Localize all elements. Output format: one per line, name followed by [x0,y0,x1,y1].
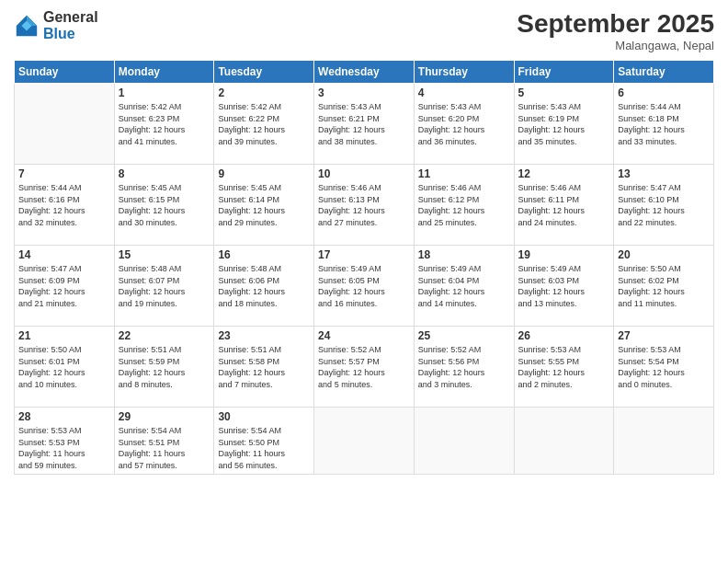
day-info: Sunrise: 5:49 AMSunset: 6:03 PMDaylight:… [518,263,610,309]
day-info: Sunrise: 5:48 AMSunset: 6:06 PMDaylight:… [218,263,310,309]
day-number: 23 [218,329,310,342]
day-number: 27 [618,329,710,342]
table-row: 11Sunrise: 5:46 AMSunset: 6:12 PMDayligh… [414,165,514,246]
logo-blue: Blue [43,26,75,41]
day-number: 15 [119,248,210,261]
day-number: 6 [618,86,710,99]
day-number: 21 [18,329,110,342]
header-friday: Friday [514,61,614,84]
table-row: 20Sunrise: 5:50 AMSunset: 6:02 PMDayligh… [614,246,714,327]
table-row: 14Sunrise: 5:47 AMSunset: 6:09 PMDayligh… [15,246,115,327]
day-number: 20 [618,248,710,261]
day-number: 12 [518,167,610,180]
day-number: 7 [18,167,110,180]
day-number: 17 [318,248,410,261]
table-row: 6Sunrise: 5:44 AMSunset: 6:18 PMDaylight… [614,84,714,165]
day-info: Sunrise: 5:43 AMSunset: 6:19 PMDaylight:… [518,101,610,147]
day-number: 22 [119,329,210,342]
day-number: 29 [119,410,210,423]
header-sunday: Sunday [15,61,115,84]
day-info: Sunrise: 5:53 AMSunset: 5:53 PMDaylight:… [18,425,110,471]
table-row: 2Sunrise: 5:42 AMSunset: 6:22 PMDaylight… [214,84,314,165]
table-row: 12Sunrise: 5:46 AMSunset: 6:11 PMDayligh… [514,165,614,246]
table-row: 26Sunrise: 5:53 AMSunset: 5:55 PMDayligh… [514,327,614,408]
table-row: 4Sunrise: 5:43 AMSunset: 6:20 PMDaylight… [414,84,514,165]
table-row [514,408,614,475]
table-row: 16Sunrise: 5:48 AMSunset: 6:06 PMDayligh… [214,246,314,327]
day-number: 16 [218,248,310,261]
table-row: 9Sunrise: 5:45 AMSunset: 6:14 PMDaylight… [214,165,314,246]
header-wednesday: Wednesday [314,61,415,84]
day-number: 3 [318,86,410,99]
day-info: Sunrise: 5:45 AMSunset: 6:14 PMDaylight:… [218,182,310,228]
day-info: Sunrise: 5:44 AMSunset: 6:16 PMDaylight:… [18,182,110,228]
day-info: Sunrise: 5:44 AMSunset: 6:18 PMDaylight:… [618,101,710,147]
day-number: 5 [518,86,610,99]
table-row: 25Sunrise: 5:52 AMSunset: 5:56 PMDayligh… [414,327,514,408]
table-row: 8Sunrise: 5:45 AMSunset: 6:15 PMDaylight… [114,165,214,246]
day-info: Sunrise: 5:54 AMSunset: 5:51 PMDaylight:… [119,425,210,471]
day-info: Sunrise: 5:46 AMSunset: 6:12 PMDaylight:… [418,182,510,228]
day-number: 14 [18,248,110,261]
table-row: 23Sunrise: 5:51 AMSunset: 5:58 PMDayligh… [214,327,314,408]
day-number: 8 [119,167,210,180]
logo-icon [14,13,40,39]
day-info: Sunrise: 5:50 AMSunset: 6:01 PMDaylight:… [18,344,110,390]
header-thursday: Thursday [414,61,514,84]
day-info: Sunrise: 5:47 AMSunset: 6:09 PMDaylight:… [18,263,110,309]
day-info: Sunrise: 5:54 AMSunset: 5:50 PMDaylight:… [218,425,310,471]
day-number: 26 [518,329,610,342]
day-info: Sunrise: 5:49 AMSunset: 6:05 PMDaylight:… [318,263,410,309]
day-number: 4 [418,86,510,99]
calendar-table: Sunday Monday Tuesday Wednesday Thursday… [14,60,714,475]
table-row: 17Sunrise: 5:49 AMSunset: 6:05 PMDayligh… [314,246,415,327]
day-number: 30 [218,410,310,423]
table-row: 13Sunrise: 5:47 AMSunset: 6:10 PMDayligh… [614,165,714,246]
table-row: 1Sunrise: 5:42 AMSunset: 6:23 PMDaylight… [114,84,214,165]
day-info: Sunrise: 5:43 AMSunset: 6:21 PMDaylight:… [318,101,410,147]
day-info: Sunrise: 5:51 AMSunset: 5:59 PMDaylight:… [119,344,210,390]
table-row [614,408,714,475]
table-row: 21Sunrise: 5:50 AMSunset: 6:01 PMDayligh… [15,327,115,408]
day-info: Sunrise: 5:46 AMSunset: 6:13 PMDaylight:… [318,182,410,228]
day-info: Sunrise: 5:43 AMSunset: 6:20 PMDaylight:… [418,101,510,147]
table-row: 30Sunrise: 5:54 AMSunset: 5:50 PMDayligh… [214,408,314,475]
table-row: 3Sunrise: 5:43 AMSunset: 6:21 PMDaylight… [314,84,415,165]
table-row: 22Sunrise: 5:51 AMSunset: 5:59 PMDayligh… [114,327,214,408]
day-info: Sunrise: 5:46 AMSunset: 6:11 PMDaylight:… [518,182,610,228]
table-row: 19Sunrise: 5:49 AMSunset: 6:03 PMDayligh… [514,246,614,327]
table-row: 27Sunrise: 5:53 AMSunset: 5:54 PMDayligh… [614,327,714,408]
day-info: Sunrise: 5:52 AMSunset: 5:57 PMDaylight:… [318,344,410,390]
header-monday: Monday [114,61,214,84]
day-number: 19 [518,248,610,261]
location-subtitle: Malangawa, Nepal [517,39,714,52]
day-number: 13 [618,167,710,180]
table-row: 24Sunrise: 5:52 AMSunset: 5:57 PMDayligh… [314,327,415,408]
table-row: 15Sunrise: 5:48 AMSunset: 6:07 PMDayligh… [114,246,214,327]
table-row: 28Sunrise: 5:53 AMSunset: 5:53 PMDayligh… [15,408,115,475]
table-row [15,84,115,165]
day-info: Sunrise: 5:53 AMSunset: 5:54 PMDaylight:… [618,344,710,390]
title-block: September 2025 Malangawa, Nepal [517,9,714,52]
table-row [414,408,514,475]
day-info: Sunrise: 5:53 AMSunset: 5:55 PMDaylight:… [518,344,610,390]
day-info: Sunrise: 5:49 AMSunset: 6:04 PMDaylight:… [418,263,510,309]
logo: General Blue [14,9,98,41]
day-info: Sunrise: 5:42 AMSunset: 6:22 PMDaylight:… [218,101,310,147]
day-number: 2 [218,86,310,99]
day-info: Sunrise: 5:51 AMSunset: 5:58 PMDaylight:… [218,344,310,390]
day-info: Sunrise: 5:50 AMSunset: 6:02 PMDaylight:… [618,263,710,309]
calendar-header-row: Sunday Monday Tuesday Wednesday Thursday… [15,61,714,84]
logo-general: General [43,9,98,25]
table-row: 5Sunrise: 5:43 AMSunset: 6:19 PMDaylight… [514,84,614,165]
day-number: 28 [18,410,110,423]
day-number: 9 [218,167,310,180]
day-info: Sunrise: 5:47 AMSunset: 6:10 PMDaylight:… [618,182,710,228]
day-info: Sunrise: 5:48 AMSunset: 6:07 PMDaylight:… [119,263,210,309]
day-info: Sunrise: 5:45 AMSunset: 6:15 PMDaylight:… [119,182,210,228]
month-title: September 2025 [517,9,714,39]
day-number: 10 [318,167,410,180]
table-row [314,408,415,475]
header-tuesday: Tuesday [214,61,314,84]
page-header: General Blue September 2025 Malangawa, N… [14,9,714,52]
